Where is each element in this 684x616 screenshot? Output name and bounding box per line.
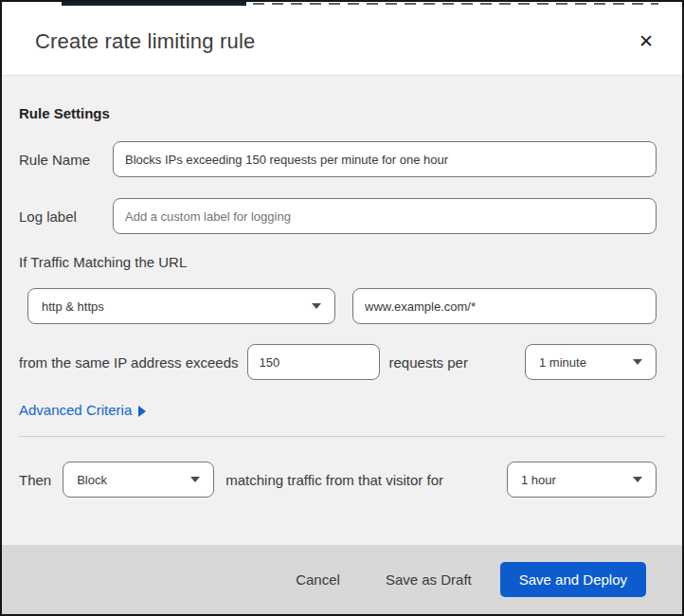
scheme-select[interactable]: http & https [27,288,335,324]
requests-per-text: requests per [389,354,468,371]
rule-name-row: Rule Name [19,141,657,177]
exceeds-text: from the same IP address exceeds [19,354,239,371]
create-rate-limiting-rule-dialog: Create rate limiting rule ✕ Rule Setting… [0,0,684,616]
dialog-header: Create rate limiting rule ✕ [2,2,682,76]
dialog-title: Create rate limiting rule [35,29,255,54]
save-and-deploy-button[interactable]: Save and Deploy [500,562,646,597]
scheme-url-row: http & https [27,288,657,324]
save-as-draft-button[interactable]: Save as Draft [382,564,476,595]
action-row: Then Block matching traffic from that vi… [19,462,657,498]
advanced-criteria-link[interactable]: Advanced Criteria [19,401,146,419]
threshold-input[interactable] [247,344,380,380]
rule-settings-heading: Rule Settings [19,104,665,122]
action-select-value: Block [77,473,181,487]
period-select-value: 1 minute [539,355,623,370]
threshold-row: from the same IP address exceeds request… [19,344,657,380]
scheme-select-value: http & https [42,299,302,314]
url-input[interactable] [352,288,657,324]
log-label-row: Log label [19,198,657,234]
close-icon[interactable]: ✕ [633,27,659,56]
dialog-body: Rule Settings Rule Name Log label If Tra… [2,76,682,545]
matching-traffic-text: matching traffic from that visitor for [225,472,443,488]
log-label-label: Log label [19,208,113,225]
cancel-button[interactable]: Cancel [292,564,344,595]
section-divider [19,436,665,437]
rule-name-input[interactable] [113,141,657,177]
expand-arrow-icon [138,406,146,417]
duration-select[interactable]: 1 hour [507,462,657,498]
page-behind-dashes [253,3,658,5]
chevron-down-icon [633,477,642,482]
chevron-down-icon [312,303,321,309]
page-behind-strip [62,2,246,6]
period-select[interactable]: 1 minute [525,344,657,380]
traffic-match-intro: If Traffic Matching the URL [19,253,665,271]
action-select[interactable]: Block [63,462,214,498]
then-text: Then [19,472,51,488]
dialog-footer: Cancel Save as Draft Save and Deploy [2,545,682,614]
log-label-input[interactable] [113,198,657,234]
advanced-criteria-label: Advanced Criteria [19,401,132,419]
duration-select-value: 1 hour [521,473,623,487]
chevron-down-icon [190,477,200,482]
rule-name-label: Rule Name [19,152,113,168]
chevron-down-icon [633,359,642,365]
